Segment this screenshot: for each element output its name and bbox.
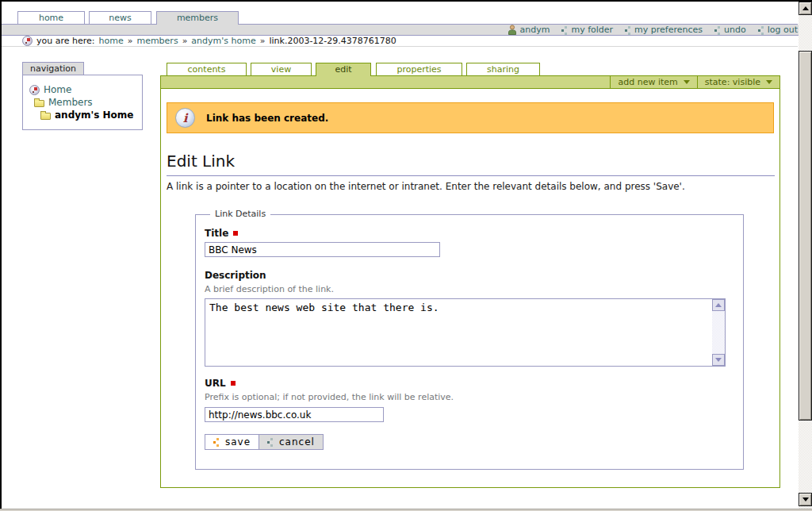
bullet-icon <box>561 25 568 35</box>
navigation-portlet: Home Members andym's Home <box>22 75 143 130</box>
breadcrumb-separator: » <box>260 36 266 46</box>
required-icon <box>233 231 238 236</box>
window-border-left <box>0 0 2 511</box>
top-tab-members[interactable]: members <box>156 11 239 25</box>
content-tab-contents[interactable]: contents <box>167 63 247 75</box>
chevron-down-icon <box>684 80 690 84</box>
bullet-icon <box>625 25 631 35</box>
content-area: add new item state: visible i Link has b… <box>160 75 780 488</box>
page-description: A link is a pointer to a location on the… <box>167 181 775 192</box>
breadcrumb: you are here: home » members » andym's h… <box>2 36 798 47</box>
title-label-text: Title <box>205 228 228 239</box>
breadcrumb-prefix: you are here: <box>36 36 95 46</box>
description-textarea[interactable]: The best news web site that there is. <box>205 299 711 366</box>
folder-icon <box>40 113 51 120</box>
navigation-portlet-header: navigation <box>22 62 84 75</box>
textarea-scrollbar[interactable] <box>712 299 725 366</box>
url-help: Prefix is optional; if not provided, the… <box>205 392 454 402</box>
cancel-button-label: cancel <box>279 436 315 448</box>
window-border-top <box>0 0 812 2</box>
breadcrumb-link-home[interactable]: home <box>99 36 124 46</box>
cancel-button[interactable]: cancel <box>259 434 324 450</box>
plone-window: home news members andym my folder my pre… <box>0 0 812 511</box>
breadcrumb-separator: » <box>182 36 188 46</box>
arrow-up-icon <box>802 6 809 10</box>
my-preferences-link[interactable]: my preferences <box>625 25 703 35</box>
status-message: i Link has been created. <box>167 102 774 133</box>
description-label: Description <box>205 270 266 281</box>
breadcrumb-link-members[interactable]: members <box>136 36 178 46</box>
bullet-icon <box>714 25 721 35</box>
save-button-label: save <box>225 436 251 448</box>
description-label-text: Description <box>205 270 266 281</box>
sidebar-item-label: Home <box>44 84 71 95</box>
cancel-bullet-icon <box>267 437 274 447</box>
breadcrumb-link-andyms-home[interactable]: andym's home <box>191 36 255 46</box>
save-bullet-icon <box>213 437 220 447</box>
arrow-down-icon <box>715 358 722 362</box>
my-folder-link[interactable]: my folder <box>561 25 613 35</box>
state-menu[interactable]: state: visible <box>697 76 779 88</box>
scrollbar-down-button[interactable] <box>799 493 812 506</box>
user-menu[interactable]: andym <box>508 25 550 35</box>
log-out-link[interactable]: log out <box>758 25 798 35</box>
sidebar-item-label: Members <box>48 97 93 108</box>
sidebar-item-members[interactable]: Members <box>23 96 142 109</box>
top-tab-news[interactable]: news <box>89 11 151 24</box>
sidebar-item-home[interactable]: Home <box>23 83 142 96</box>
listing-bar: add new item state: visible <box>161 76 779 89</box>
person-icon <box>508 25 517 35</box>
scrollbar-thumb[interactable] <box>799 51 812 421</box>
folder-icon <box>34 100 44 107</box>
url-input[interactable] <box>205 407 384 422</box>
content-tab-properties[interactable]: properties <box>376 63 462 75</box>
window-scrollbar[interactable] <box>799 2 812 509</box>
top-tab-home[interactable]: home <box>17 11 85 24</box>
my-folder-label: my folder <box>571 25 613 35</box>
content-tab-sharing[interactable]: sharing <box>466 63 540 75</box>
description-field-wrap: The best news web site that there is. <box>205 298 726 367</box>
url-label-text: URL <box>205 378 226 389</box>
title-label: Title <box>205 228 238 239</box>
scroll-up-button[interactable] <box>712 299 725 311</box>
state-label: state: visible <box>705 77 760 87</box>
site-icon <box>22 36 33 46</box>
status-message-text: Link has been created. <box>206 113 328 124</box>
arrow-down-icon <box>802 498 809 501</box>
site-icon <box>29 85 40 95</box>
description-help: A brief description of the link. <box>205 284 334 294</box>
info-icon: i <box>175 108 195 128</box>
chevron-down-icon <box>766 80 772 84</box>
log-out-label: log out <box>768 25 798 35</box>
user-name-label: andym <box>520 25 550 35</box>
undo-link[interactable]: undo <box>714 25 746 35</box>
my-preferences-label: my preferences <box>634 25 703 35</box>
title-input[interactable] <box>205 242 440 257</box>
sidebar-item-andyms-home[interactable]: andym's Home <box>23 109 142 121</box>
sidebar-item-label: andym's Home <box>55 110 133 121</box>
save-button[interactable]: save <box>205 434 259 450</box>
add-new-item-label: add new item <box>618 77 677 87</box>
content-tab-view[interactable]: view <box>251 63 312 75</box>
url-label: URL <box>205 378 236 389</box>
arrow-up-icon <box>715 303 722 307</box>
page-title: Edit Link <box>167 152 775 176</box>
breadcrumb-separator: » <box>128 36 133 46</box>
scroll-down-button[interactable] <box>712 354 725 366</box>
scrollbar-up-button[interactable] <box>799 2 812 15</box>
link-details-fieldset: Link Details Title Description A brief d… <box>195 214 744 470</box>
bullet-icon <box>758 25 764 35</box>
personal-bar: andym my folder my preferences undo log … <box>2 25 812 36</box>
breadcrumb-current: link.2003-12-29.4378761780 <box>269 36 396 46</box>
add-new-item-menu[interactable]: add new item <box>610 76 696 88</box>
fieldset-legend: Link Details <box>210 209 270 219</box>
content-tab-edit[interactable]: edit <box>316 63 371 76</box>
undo-label: undo <box>724 25 746 35</box>
required-icon <box>231 381 236 386</box>
